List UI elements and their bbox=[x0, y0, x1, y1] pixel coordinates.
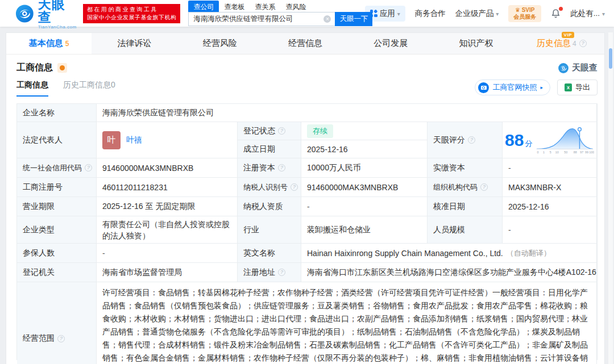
taxpayer-id-label: 纳税人识别号 bbox=[238, 178, 301, 197]
company-name-value: 海南海欣荣供应链管理有限公司 bbox=[97, 104, 597, 122]
help-icon[interactable] bbox=[278, 269, 285, 276]
insured-count-value: - bbox=[97, 244, 238, 263]
insured-count-label: 参保人数 bbox=[17, 244, 97, 263]
excel-icon bbox=[565, 83, 572, 91]
subtab-business-info[interactable]: 工商信息 bbox=[16, 80, 48, 97]
help-icon[interactable] bbox=[57, 335, 65, 342]
arrow-right-icon: ▸ bbox=[540, 85, 543, 90]
taxpayer-quality-label: 纳税人资质 bbox=[238, 197, 301, 216]
staff-size-value: - bbox=[503, 216, 597, 244]
credit-code-label: 统一社会信用代码 bbox=[17, 158, 97, 178]
svg-text:5: 5 bbox=[550, 150, 551, 154]
reg-number-value: 460112011218231 bbox=[97, 178, 238, 197]
tab-basic-info[interactable]: 基本信息5 bbox=[6, 33, 92, 54]
chevron-down-icon bbox=[602, 9, 605, 18]
legal-rep-link[interactable]: 叶禧 bbox=[126, 135, 142, 145]
svip-member-button[interactable]: ♛ SVIP 会员服务 bbox=[508, 5, 541, 22]
svg-text:10: 10 bbox=[555, 150, 559, 154]
logo-subtitle: TianYanCha.com bbox=[38, 25, 77, 30]
header-menu: 应用 商务合作 企业级产品 ♛ SVIP 会员服务 此处有... bbox=[365, 5, 614, 22]
tab-history-info[interactable]: 历史信息 VIP 4 bbox=[519, 33, 604, 54]
reg-status-label: 登记状态 bbox=[238, 122, 301, 140]
tianyancha-swirl-icon bbox=[15, 3, 35, 24]
svg-text:100: 100 bbox=[590, 150, 594, 154]
reg-address-label: 注册地址 bbox=[238, 263, 301, 282]
business-info-table: 企业名称 海南海欣荣供应链管理有限公司 法定代表人 叶 叶禧 登记状态 存续 成… bbox=[16, 103, 598, 360]
menu-more[interactable]: 此处有... bbox=[570, 9, 605, 19]
english-name-value: Hainan Haixinrong Supply Chain Managemen… bbox=[301, 244, 597, 263]
approve-date-label: 核准日期 bbox=[428, 197, 503, 216]
business-scope-value: 许可经营项目：食品销售；转基因棉花种子经营；农作物种子经营；酒类经营（许可经营项… bbox=[97, 282, 597, 364]
reg-address-value: 海南省海口市江东新区美兰机场路海口空港综保区多功能产业服务中心4楼A102-16… bbox=[301, 263, 597, 282]
business-term-label: 营业期限 bbox=[17, 197, 97, 216]
search-input[interactable] bbox=[188, 12, 335, 26]
help-icon[interactable] bbox=[85, 164, 92, 171]
subtab-history-business-info[interactable]: 历史工商信息0 bbox=[63, 80, 115, 97]
company-type-label: 企业类型 bbox=[17, 216, 97, 244]
establish-date-label: 成立日期 bbox=[238, 140, 301, 158]
content-card: 基本信息5 法律诉讼 经营风险 经营信息 公司发展 知识产权 历史信息 VIP … bbox=[6, 32, 605, 364]
chevron-down-icon bbox=[496, 9, 499, 18]
crown-icon: ♛ bbox=[515, 7, 520, 13]
export-button[interactable]: 导出 bbox=[557, 80, 598, 95]
company-name-label: 企业名称 bbox=[17, 104, 97, 122]
tianyancha-logo[interactable]: 天眼查 TianYanCha.com bbox=[15, 0, 77, 30]
credit-code-value: 91460000MAK3MNBRXB bbox=[97, 158, 238, 178]
watermark-logo: 天眼查 bbox=[558, 62, 598, 74]
reg-authority-value: 海南省市场监督管理局 bbox=[97, 263, 238, 282]
company-type-value: 有限责任公司（非自然人投资或控股的法人独资） bbox=[97, 216, 238, 244]
business-term-value: 2025-12-16 至 无固定期限 bbox=[97, 197, 238, 216]
promo-banner: 都在用的商业查询工具 国家中小企业发展子基金旗下机构 bbox=[83, 4, 181, 23]
promo-line1: 都在用的商业查询工具 bbox=[87, 6, 177, 14]
svg-text:88: 88 bbox=[574, 150, 577, 154]
scrollbar-thumb[interactable] bbox=[609, 48, 612, 69]
score-label: 天眼评分 bbox=[428, 122, 503, 158]
logo-title: 天眼查 bbox=[38, 0, 77, 24]
tab-operation-info[interactable]: 经营信息 bbox=[263, 33, 348, 54]
help-icon[interactable] bbox=[480, 183, 488, 191]
taxpayer-quality-value: - bbox=[301, 197, 428, 216]
section-title: 工商信息 bbox=[16, 62, 53, 74]
notification-dot bbox=[559, 7, 563, 11]
industry-value: 装卸搬运和仓储业 bbox=[301, 216, 428, 244]
industry-label: 行业 bbox=[238, 216, 301, 244]
legal-rep-value: 叶 叶禧 bbox=[97, 122, 238, 158]
establish-date-value: 2025-12-16 bbox=[301, 140, 428, 158]
org-code-label: 组织机构代码 bbox=[428, 178, 503, 197]
help-icon[interactable] bbox=[278, 164, 285, 171]
help-icon[interactable] bbox=[278, 127, 285, 135]
tab-intellectual-property[interactable]: 知识产权 bbox=[433, 33, 518, 54]
reg-capital-label: 注册资本 bbox=[238, 158, 301, 178]
company-nav-tabs: 基本信息5 法律诉讼 经营风险 经营信息 公司发展 知识产权 历史信息 VIP … bbox=[6, 33, 604, 55]
menu-cooperation[interactable]: 商务合作 bbox=[415, 9, 446, 19]
scrollbar-track[interactable] bbox=[608, 32, 613, 364]
score-distribution-chart: 0 1 5 10 50 88 97 99 100 bbox=[536, 125, 594, 156]
help-icon[interactable] bbox=[291, 183, 298, 191]
notification-bell-icon[interactable] bbox=[551, 9, 561, 18]
status-badge: 存续 bbox=[307, 124, 333, 138]
score-value[interactable]: 88分 0 1 5 10 50 88 bbox=[503, 122, 597, 158]
legal-rep-avatar[interactable]: 叶 bbox=[102, 131, 121, 149]
tab-legal-litigation[interactable]: 法律诉讼 bbox=[92, 33, 177, 54]
search-area: 查公司 查老板 查关系 查风险 天眼一下 bbox=[188, 0, 364, 27]
english-name-label: 英文名称 bbox=[238, 244, 301, 263]
help-icon[interactable] bbox=[579, 40, 587, 47]
promo-line2: 国家中小企业发展子基金旗下机构 bbox=[87, 14, 177, 22]
svg-text:0: 0 bbox=[537, 150, 539, 154]
help-icon[interactable] bbox=[468, 136, 475, 144]
top-header: 天眼查 TianYanCha.com 都在用的商业查询工具 国家中小企业发展子基… bbox=[0, 0, 614, 27]
section-stamp-icon bbox=[57, 63, 67, 73]
search-button[interactable]: 天眼一下 bbox=[335, 12, 372, 26]
tianyancha-swirl-icon bbox=[558, 62, 569, 74]
paid-capital-value: - bbox=[503, 158, 597, 178]
official-snapshot-button[interactable]: 工商官网快照 ▸ bbox=[475, 80, 550, 95]
tab-company-development[interactable]: 公司发展 bbox=[348, 33, 433, 54]
tab-operation-risk[interactable]: 经营风险 bbox=[177, 33, 263, 54]
svg-text:97: 97 bbox=[580, 150, 584, 154]
svg-text:99: 99 bbox=[585, 150, 588, 154]
menu-enterprise[interactable]: 企业级产品 bbox=[455, 9, 499, 19]
svg-text:50: 50 bbox=[565, 150, 568, 154]
camera-icon bbox=[478, 82, 489, 93]
org-code-value: MAK3MNBR-X bbox=[503, 178, 597, 197]
staff-size-label: 人员规模 bbox=[428, 216, 503, 244]
